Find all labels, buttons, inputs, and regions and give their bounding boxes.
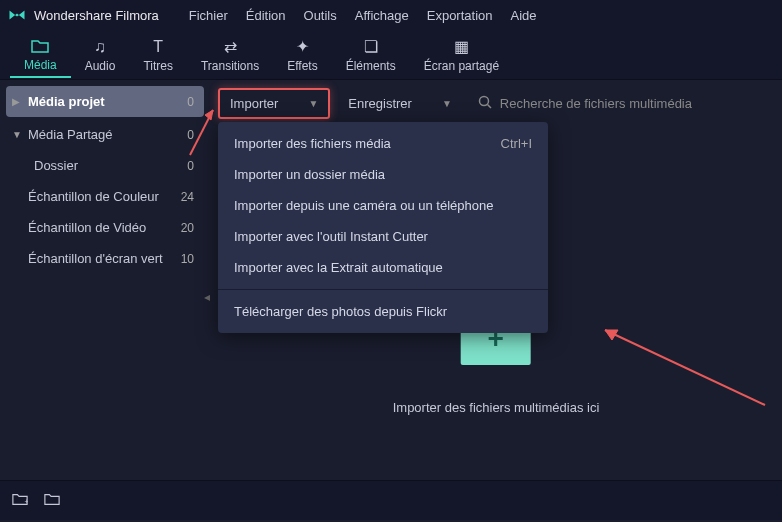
svg-marker-9 bbox=[205, 110, 213, 120]
chevron-down-icon: ▼ bbox=[442, 98, 452, 109]
sidebar-item-video-sample[interactable]: Échantillon de Vidéo 20 bbox=[0, 212, 210, 243]
import-media-files[interactable]: Importer des fichiers média Ctrl+I bbox=[218, 128, 548, 159]
menu-separator bbox=[218, 289, 548, 290]
import-media-folder[interactable]: Importer un dossier média bbox=[218, 159, 548, 190]
sidebar-item-greenscreen-sample[interactable]: Échantillon d'écran vert 10 bbox=[0, 243, 210, 274]
transition-icon: ⇄ bbox=[224, 37, 237, 57]
app-title: Wondershare Filmora bbox=[34, 8, 159, 23]
svg-point-0 bbox=[479, 97, 488, 106]
menu-tools[interactable]: Outils bbox=[304, 8, 337, 23]
tab-media[interactable]: Média bbox=[10, 32, 71, 78]
import-from-camera[interactable]: Importer depuis une caméra ou un télépho… bbox=[218, 190, 548, 221]
folder-icon bbox=[31, 36, 49, 56]
action-bar: Importer ▼ Enregistrer ▼ bbox=[210, 80, 782, 127]
search-input[interactable] bbox=[500, 96, 766, 111]
menu-view[interactable]: Affichage bbox=[355, 8, 409, 23]
svg-text:+: + bbox=[24, 498, 28, 506]
dropzone-label: Importer des fichiers multimédias ici bbox=[393, 400, 600, 415]
title-bar: Wondershare Filmora Fichier Édition Outi… bbox=[0, 0, 782, 30]
menu-export[interactable]: Exportation bbox=[427, 8, 493, 23]
folder-icon[interactable] bbox=[44, 492, 60, 509]
text-icon: T bbox=[153, 37, 163, 57]
add-folder-icon[interactable]: + bbox=[12, 492, 28, 509]
menu-bar: Fichier Édition Outils Affichage Exporta… bbox=[189, 8, 537, 23]
download-from-flickr[interactable]: Télécharger des photos depuis Flickr bbox=[218, 296, 548, 327]
annotation-arrow-icon bbox=[590, 320, 770, 410]
search-box[interactable] bbox=[470, 91, 774, 116]
toolbar: Média ♫ Audio T Titres ⇄ Transitions ✦ E… bbox=[0, 30, 782, 80]
tab-effects[interactable]: ✦ Effets bbox=[273, 33, 331, 77]
chevron-down-icon: ▼ bbox=[12, 129, 24, 140]
content-area: ▶ Média projet 0 ▼ Média Partagé 0 Dossi… bbox=[0, 80, 782, 480]
import-dropdown-menu: Importer des fichiers média Ctrl+I Impor… bbox=[218, 122, 548, 333]
main-panel: Importer ▼ Enregistrer ▼ Importer des fi… bbox=[210, 80, 782, 480]
chevron-right-icon: ▶ bbox=[12, 96, 24, 107]
sidebar-item-color-sample[interactable]: Échantillon de Couleur 24 bbox=[0, 181, 210, 212]
import-dropdown-button[interactable]: Importer ▼ bbox=[218, 88, 330, 119]
splitscreen-icon: ▦ bbox=[454, 37, 469, 57]
menu-help[interactable]: Aide bbox=[511, 8, 537, 23]
tab-titles[interactable]: T Titres bbox=[129, 33, 187, 77]
app-logo-icon bbox=[8, 6, 26, 24]
bottom-bar: + bbox=[0, 480, 782, 520]
sidebar: ▶ Média projet 0 ▼ Média Partagé 0 Dossi… bbox=[0, 80, 210, 480]
menu-edit[interactable]: Édition bbox=[246, 8, 286, 23]
tab-splitscreen[interactable]: ▦ Écran partagé bbox=[410, 33, 513, 77]
elements-icon: ❏ bbox=[364, 37, 378, 57]
import-auto-extract[interactable]: Importer avec la Extrait automatique bbox=[218, 252, 548, 283]
save-dropdown-button[interactable]: Enregistrer ▼ bbox=[338, 90, 461, 117]
effects-icon: ✦ bbox=[296, 37, 309, 57]
tab-transitions[interactable]: ⇄ Transitions bbox=[187, 33, 273, 77]
menu-file[interactable]: Fichier bbox=[189, 8, 228, 23]
import-instant-cutter[interactable]: Importer avec l'outil Instant Cutter bbox=[218, 221, 548, 252]
search-icon bbox=[478, 95, 492, 112]
tab-elements[interactable]: ❏ Éléments bbox=[332, 33, 410, 77]
svg-line-1 bbox=[487, 105, 491, 109]
music-icon: ♫ bbox=[94, 37, 106, 57]
chevron-down-icon: ▼ bbox=[308, 98, 318, 109]
sidebar-item-shared-media[interactable]: ▼ Média Partagé 0 bbox=[0, 119, 210, 150]
tab-audio[interactable]: ♫ Audio bbox=[71, 33, 130, 77]
svg-line-10 bbox=[605, 330, 765, 405]
sidebar-item-project-media[interactable]: ▶ Média projet 0 bbox=[6, 86, 204, 117]
sidebar-item-folder[interactable]: Dossier 0 bbox=[0, 150, 210, 181]
